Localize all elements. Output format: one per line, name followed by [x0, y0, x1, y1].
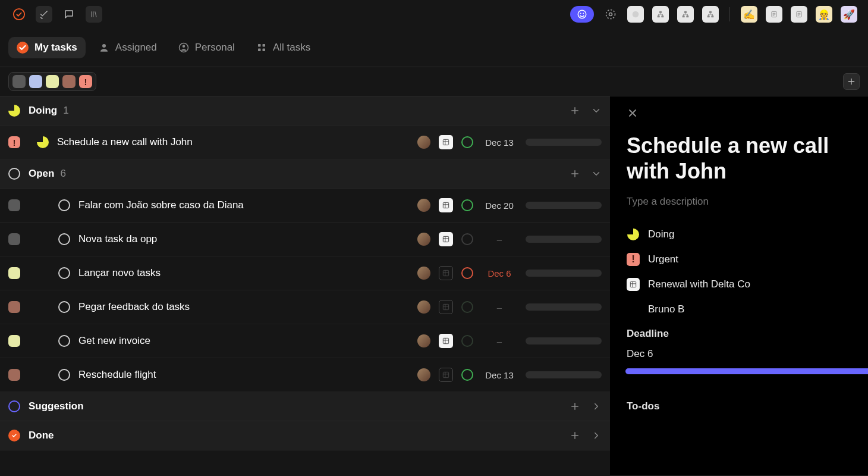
- emoji-pill-icon[interactable]: [570, 6, 594, 23]
- circle-icon: [58, 267, 70, 279]
- deadline-bar: [625, 368, 868, 374]
- org1-icon[interactable]: [652, 6, 669, 23]
- tab-my-tasks[interactable]: My tasks: [8, 37, 86, 58]
- section-collapse-button[interactable]: [591, 168, 602, 179]
- tab-all-tasks[interactable]: All tasks: [248, 37, 319, 58]
- task-row[interactable]: Nova task da opp–: [0, 223, 610, 256]
- close-button[interactable]: [627, 107, 639, 119]
- task-row[interactable]: Get new invoice–: [0, 324, 610, 358]
- record-link-icon[interactable]: [439, 135, 453, 149]
- svg-rect-24: [262, 49, 265, 52]
- chip-blue[interactable]: [29, 75, 42, 88]
- color-filter-chips[interactable]: !: [8, 72, 96, 91]
- task-row[interactable]: Lançar novo tasksDec 6: [0, 256, 610, 290]
- section-label: Open: [29, 168, 54, 180]
- moon-icon[interactable]: [627, 6, 644, 23]
- task-title: Falar com João sobre caso da Diana: [78, 199, 409, 211]
- record-link-icon[interactable]: [439, 232, 453, 246]
- rocket-emoji-icon[interactable]: 🚀: [841, 6, 857, 23]
- detail-assignee[interactable]: Bruno B: [627, 303, 851, 316]
- priority-tag: [8, 369, 20, 381]
- assignee-avatar[interactable]: [417, 199, 430, 212]
- section-header-open[interactable]: Open 6: [0, 159, 610, 189]
- detail-priority[interactable]: ! Urgent: [627, 253, 851, 266]
- circle-icon: [58, 335, 70, 347]
- section-add-button[interactable]: [570, 168, 580, 179]
- app-logo-icon[interactable]: [11, 6, 27, 23]
- section-add-button[interactable]: [570, 401, 580, 412]
- section-collapse-button[interactable]: [591, 105, 602, 116]
- circle-icon: [8, 168, 20, 180]
- progress-bar: [526, 270, 602, 277]
- deadline-circle-icon: [461, 199, 473, 211]
- task-date: Dec 20: [482, 201, 517, 211]
- task-row[interactable]: Falar com João sobre caso da DianaDec 20: [0, 189, 610, 223]
- circle-icon: [58, 301, 70, 313]
- priority-tag: [8, 233, 20, 245]
- svg-rect-28: [443, 270, 448, 275]
- section-header-suggestion[interactable]: Suggestion: [0, 392, 610, 421]
- pie-icon: [627, 228, 640, 241]
- task-row[interactable]: Pegar feedback do tasks–: [0, 290, 610, 324]
- task-row[interactable]: Reschedule flightDec 13: [0, 358, 610, 392]
- assignee-avatar[interactable]: [417, 334, 430, 347]
- deadline-value[interactable]: Dec 6: [627, 348, 851, 360]
- assignee-avatar[interactable]: [417, 368, 430, 381]
- section-expand-button[interactable]: [591, 401, 602, 412]
- svg-point-2: [580, 13, 581, 14]
- write-emoji-icon[interactable]: ✍️: [741, 6, 757, 23]
- record-icon: [627, 278, 640, 291]
- section-count: 1: [63, 105, 68, 117]
- record-link-icon[interactable]: [439, 266, 453, 280]
- org2-icon[interactable]: [677, 6, 694, 23]
- svg-rect-14: [707, 15, 710, 17]
- task-title: Reschedule flight: [78, 369, 409, 381]
- doc2-icon[interactable]: [791, 6, 807, 23]
- tab-personal[interactable]: Personal: [170, 37, 243, 58]
- tasks-icon[interactable]: [36, 6, 52, 23]
- svg-point-18: [102, 44, 106, 48]
- task-title: Pegar feedback do tasks: [78, 301, 409, 313]
- chip-brown[interactable]: [62, 75, 76, 88]
- doc1-icon[interactable]: [766, 6, 782, 23]
- detail-status[interactable]: Doing: [627, 228, 851, 241]
- section-add-button[interactable]: [570, 430, 580, 441]
- task-title: Get new invoice: [78, 335, 409, 347]
- section-expand-button[interactable]: [591, 430, 602, 441]
- record-link-icon[interactable]: [439, 334, 453, 348]
- detail-record[interactable]: Renewal with Delta Co: [627, 278, 851, 291]
- svg-rect-10: [684, 11, 687, 13]
- task-list: Doing 1 ! Schedule a new call with John …: [0, 96, 610, 475]
- chip-grey[interactable]: [12, 75, 26, 88]
- deadline-circle-icon: [461, 233, 473, 245]
- assignee-avatar[interactable]: [417, 233, 430, 246]
- detail-title[interactable]: Schedule a new call with John: [627, 133, 851, 184]
- chip-red[interactable]: !: [79, 75, 92, 88]
- add-view-button[interactable]: [843, 73, 860, 90]
- section-header-doing[interactable]: Doing 1: [0, 96, 610, 126]
- library-icon[interactable]: [86, 6, 102, 23]
- detail-description[interactable]: Type a description: [627, 196, 851, 208]
- record-link-icon[interactable]: [439, 198, 453, 212]
- record-link-icon[interactable]: [439, 300, 453, 314]
- avatar: [627, 303, 640, 316]
- tab-assigned[interactable]: Assigned: [90, 37, 165, 58]
- svg-point-20: [183, 45, 185, 48]
- chat-icon[interactable]: [61, 6, 77, 23]
- record-link-icon[interactable]: [439, 368, 453, 382]
- assignee-avatar[interactable]: [417, 267, 430, 280]
- task-row[interactable]: ! Schedule a new call with John Dec 13: [0, 126, 610, 159]
- target-icon[interactable]: [602, 6, 619, 23]
- priority-tag: [8, 335, 20, 347]
- detail-priority-label: Urgent: [648, 253, 678, 265]
- svg-rect-9: [661, 15, 663, 17]
- assignee-avatar[interactable]: [417, 300, 430, 314]
- assignee-avatar[interactable]: [417, 136, 430, 149]
- org3-icon[interactable]: [702, 6, 719, 23]
- section-add-button[interactable]: [570, 105, 580, 116]
- progress-bar: [526, 371, 602, 378]
- section-header-done[interactable]: Done: [0, 421, 610, 450]
- tab-label: Personal: [195, 42, 235, 54]
- builder-emoji-icon[interactable]: 👷: [816, 6, 832, 23]
- chip-yellow[interactable]: [46, 75, 59, 88]
